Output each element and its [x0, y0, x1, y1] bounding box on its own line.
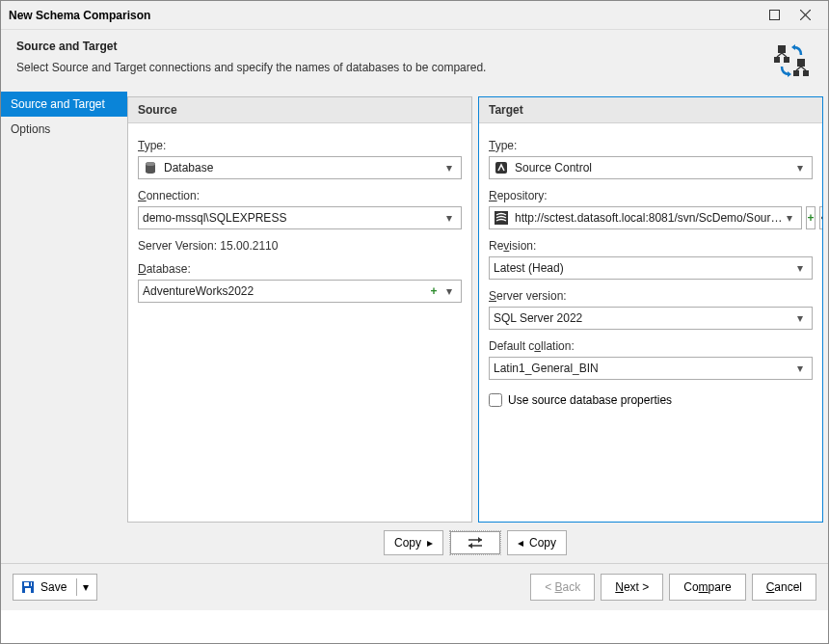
- copy-swap-bar: Copy ▸ ◂ Copy: [127, 523, 823, 563]
- target-server-version-value: SQL Server 2022: [494, 311, 792, 325]
- copy-label: Copy: [394, 536, 421, 550]
- target-repository-value: http://sctest.datasoft.local:8081/svn/Sc…: [515, 211, 782, 225]
- save-button[interactable]: Save ▾: [13, 574, 97, 601]
- save-icon: [21, 580, 35, 594]
- svg-marker-20: [478, 537, 482, 543]
- source-database-dropdown[interactable]: AdventureWorks2022 + ▾: [138, 280, 462, 303]
- sidebar: Source and Target Options: [1, 92, 127, 563]
- source-type-dropdown[interactable]: Database ▾: [138, 156, 462, 179]
- source-server-version: Server Version: 15.00.2110: [138, 239, 462, 253]
- save-label: Save: [40, 580, 67, 594]
- target-collation-dropdown[interactable]: Latin1_General_BIN ▾: [489, 357, 813, 380]
- swap-button[interactable]: [449, 530, 501, 555]
- svg-rect-8: [797, 59, 805, 67]
- target-type-label: Type:: [489, 139, 813, 152]
- target-revision-label: Revision:: [489, 239, 813, 253]
- svg-line-7: [782, 53, 787, 57]
- chevron-down-icon: ▾: [792, 362, 808, 375]
- use-source-properties-checkbox[interactable]: [489, 393, 502, 407]
- copy-to-left-button[interactable]: ◂ Copy: [507, 530, 567, 555]
- chevron-down-icon: ▾: [441, 284, 457, 298]
- svg-rect-26: [29, 582, 31, 586]
- chevron-down-icon: ▾: [441, 211, 457, 225]
- back-button[interactable]: < Back: [530, 574, 595, 601]
- svg-line-12: [801, 67, 806, 70]
- svg-rect-10: [803, 70, 809, 76]
- source-database-label: Database:: [138, 262, 462, 276]
- next-label: Next >: [615, 580, 649, 594]
- ellipsis-icon: ⋯: [820, 211, 824, 225]
- svg-rect-25: [25, 588, 31, 593]
- target-type-value: Source Control: [515, 161, 792, 174]
- sidebar-item-label: Source and Target: [11, 97, 105, 111]
- page-title: Source and Target: [16, 40, 761, 53]
- maximize-button[interactable]: [759, 1, 789, 30]
- chevron-down-icon: ▾: [792, 161, 808, 174]
- close-button[interactable]: [789, 1, 820, 30]
- back-label: < Back: [545, 580, 580, 594]
- source-database-value: AdventureWorks2022: [143, 284, 426, 298]
- target-revision-value: Latest (Head): [494, 261, 792, 275]
- wizard-body: Source and Target Options Source TType:y…: [1, 92, 828, 563]
- source-panel: Source TType:ype: Database ▾ Connection:…: [127, 96, 472, 523]
- source-type-value: Database: [164, 161, 441, 174]
- copy-label: Copy: [529, 536, 556, 550]
- svg-line-11: [796, 67, 801, 70]
- arrow-left-icon: ◂: [518, 536, 523, 550]
- next-button[interactable]: Next >: [601, 574, 663, 601]
- target-server-version-dropdown[interactable]: SQL Server 2022 ▾: [489, 307, 813, 330]
- svg-rect-5: [784, 57, 789, 63]
- source-connection-dropdown[interactable]: demo-mssql\SQLEXPRESS ▾: [138, 206, 462, 229]
- source-connection-label: Connection:: [138, 189, 462, 202]
- cancel-label: Cancel: [766, 580, 802, 594]
- target-repository-dropdown[interactable]: http://sctest.datasoft.local:8081/svn/Sc…: [489, 206, 802, 229]
- sidebar-item-label: Options: [11, 122, 50, 136]
- wizard-footer: Save ▾ < Back Next > Compare Cancel: [1, 563, 828, 610]
- chevron-down-icon: ▾: [441, 161, 457, 174]
- target-revision-dropdown[interactable]: Latest (Head) ▾: [489, 256, 813, 280]
- database-icon: [143, 160, 158, 175]
- close-icon: [800, 10, 811, 20]
- target-type-dropdown[interactable]: Source Control ▾: [489, 156, 813, 179]
- copy-to-right-button[interactable]: Copy ▸: [384, 530, 443, 555]
- source-type-label: TType:ype:: [138, 139, 462, 152]
- save-split-arrow[interactable]: ▾: [76, 578, 89, 596]
- target-collation-label: Default collation:: [489, 339, 813, 353]
- use-source-properties-row: Use source database properties: [489, 393, 813, 407]
- svg-rect-9: [793, 70, 799, 76]
- svg-rect-3: [778, 45, 786, 53]
- compare-button[interactable]: Compare: [669, 574, 745, 601]
- swap-icon: [466, 536, 485, 550]
- browse-repository-button[interactable]: ⋯: [819, 206, 824, 229]
- wizard-header: Source and Target Select Source and Targ…: [1, 30, 828, 92]
- add-repository-button[interactable]: +: [806, 206, 815, 229]
- titlebar: New Schema Comparison: [1, 1, 828, 30]
- target-collation-value: Latin1_General_BIN: [494, 362, 792, 375]
- source-panel-title: Source: [128, 97, 471, 123]
- window-title: New Schema Comparison: [9, 9, 759, 22]
- target-server-version-label: Server version:: [489, 289, 813, 303]
- chevron-down-icon: ▾: [792, 261, 808, 275]
- sidebar-item-options[interactable]: Options: [1, 117, 127, 142]
- target-panel-title: Target: [479, 97, 822, 123]
- plus-icon[interactable]: +: [426, 284, 441, 298]
- svg-point-16: [146, 162, 155, 166]
- svg-line-6: [777, 53, 782, 57]
- source-connection-value: demo-mssql\SQLEXPRESS: [143, 211, 441, 225]
- plus-icon: +: [807, 211, 814, 225]
- use-source-properties-label: Use source database properties: [508, 393, 672, 407]
- sidebar-item-source-target[interactable]: Source and Target: [1, 92, 127, 117]
- maximize-icon: [769, 10, 780, 20]
- compare-label: Compare: [683, 580, 731, 594]
- svg-rect-0: [769, 11, 779, 20]
- main-content: Source TType:ype: Database ▾ Connection:…: [127, 92, 828, 563]
- source-control-icon: [494, 160, 509, 175]
- target-panel: Target Type: Source Control ▾ Repository…: [478, 96, 823, 523]
- svg-marker-13: [791, 44, 795, 50]
- cancel-button[interactable]: Cancel: [752, 574, 816, 601]
- svn-icon: [494, 210, 509, 226]
- svg-marker-22: [468, 543, 472, 549]
- compare-schema-icon: [770, 40, 813, 82]
- arrow-right-icon: ▸: [427, 536, 433, 550]
- chevron-down-icon: ▾: [792, 311, 808, 325]
